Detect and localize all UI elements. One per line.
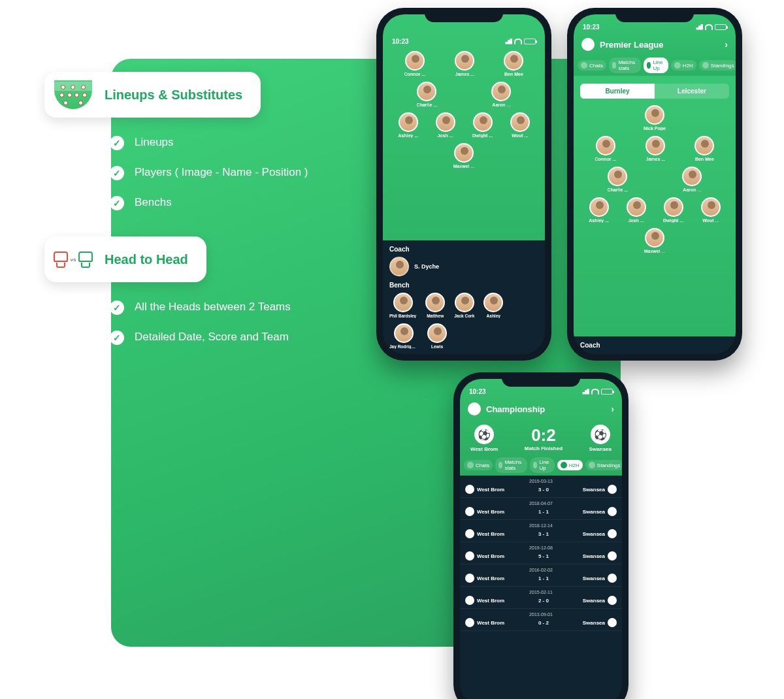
team-tab-active[interactable]: Burnley bbox=[580, 84, 655, 99]
team-toggle[interactable]: BurnleyLeicester bbox=[580, 84, 729, 99]
coach-panel: Coach bbox=[574, 336, 736, 354]
league-logo-icon bbox=[468, 402, 481, 415]
h2h-score: 5 - 1 bbox=[538, 553, 549, 559]
player[interactable]: Josh ... bbox=[627, 197, 646, 223]
player[interactable]: Aaron ... bbox=[491, 82, 511, 107]
league-name: Premier League bbox=[600, 40, 664, 50]
bullet-text: All the Heads between 2 Teams bbox=[135, 301, 291, 314]
tab-line-up[interactable]: Line Up bbox=[644, 57, 668, 73]
player[interactable]: Jack Cork bbox=[454, 293, 474, 318]
league-header[interactable]: Championship› bbox=[460, 398, 622, 419]
list-item: Benchs bbox=[110, 196, 345, 210]
player[interactable]: Aaron ... bbox=[682, 167, 702, 192]
player[interactable]: Connor ... bbox=[404, 51, 426, 76]
player[interactable]: Ashley ... bbox=[589, 197, 609, 223]
match-status: Match Finished bbox=[525, 446, 563, 451]
h2h-row[interactable]: 2018-04-07West Brom1 - 1Swansea bbox=[460, 498, 622, 520]
player-name: Maxwel ... bbox=[453, 164, 475, 169]
h2h-away: Swansea bbox=[583, 574, 617, 583]
tab-chats[interactable]: Chats bbox=[464, 460, 493, 470]
h2h-date: 2019-12-08 bbox=[465, 544, 617, 551]
player[interactable]: Ashley bbox=[483, 293, 503, 318]
player[interactable]: Ashley ... bbox=[398, 112, 418, 138]
h2h-score: 3 - 0 bbox=[538, 487, 549, 493]
player[interactable]: Charlie ... bbox=[608, 167, 629, 192]
player-name: Maxwel ... bbox=[644, 249, 666, 253]
h2h-row[interactable]: 2013-09-01West Brom0 - 2Swansea bbox=[460, 609, 622, 631]
team-logo-icon bbox=[465, 596, 474, 605]
player[interactable]: Phil Bardsley bbox=[389, 293, 416, 318]
status-time: 10:23 bbox=[469, 388, 486, 395]
team-logo-icon bbox=[465, 618, 474, 627]
player-name: Josh ... bbox=[437, 133, 453, 138]
h2h-row[interactable]: 2018-12-14West Brom3 - 1Swansea bbox=[460, 520, 622, 542]
player[interactable]: Wout ... bbox=[510, 112, 530, 138]
tabs: ChatsMatchs statsLine UpH2HStandings bbox=[574, 55, 736, 76]
player-name: Ben Mee bbox=[504, 72, 523, 76]
player[interactable]: Josh ... bbox=[436, 112, 455, 138]
player[interactable]: Lewis bbox=[427, 323, 447, 349]
player-name: Wout ... bbox=[702, 218, 719, 223]
player[interactable]: Dwight ... bbox=[663, 197, 683, 223]
avatar bbox=[510, 112, 530, 132]
tab-chats[interactable]: Chats bbox=[578, 60, 606, 71]
player-name: James ... bbox=[646, 157, 666, 161]
player[interactable]: James ... bbox=[455, 51, 474, 76]
lineup-row: Connor ...James ...Ben Mee bbox=[574, 133, 736, 164]
player[interactable]: Nick Pope bbox=[644, 105, 666, 131]
left-column: Lineups & Substitutes Lineups Players ( … bbox=[44, 72, 345, 361]
player[interactable]: Maxwel ... bbox=[453, 143, 475, 169]
chevron-right-icon[interactable]: › bbox=[725, 39, 728, 50]
tab-matchs-stats[interactable]: Matchs stats bbox=[609, 57, 641, 73]
player[interactable]: James ... bbox=[645, 136, 665, 161]
h2h-row[interactable]: 2015-02-11West Brom2 - 0Swansea bbox=[460, 587, 622, 609]
player[interactable]: Matthew bbox=[425, 293, 445, 318]
player[interactable]: Wout ... bbox=[701, 197, 721, 223]
h2h-home: West Brom bbox=[465, 529, 504, 538]
h2h-row[interactable]: 2019-03-13West Brom3 - 0Swansea bbox=[460, 476, 622, 498]
h2h-date: 2016-02-02 bbox=[465, 566, 617, 574]
team-tab[interactable]: Leicester bbox=[655, 84, 729, 99]
tab-label: Chats bbox=[476, 463, 489, 468]
avatar bbox=[694, 136, 714, 155]
avatar bbox=[701, 197, 721, 217]
tab-h2h[interactable]: H2H bbox=[671, 60, 696, 71]
h2h-row[interactable]: 2019-12-08West Brom5 - 1Swansea bbox=[460, 542, 622, 564]
player-name: Connor ... bbox=[595, 157, 617, 161]
lineup-row: Maxwel ... bbox=[383, 140, 545, 171]
chevron-right-icon[interactable]: › bbox=[611, 404, 614, 414]
player-name: Matthew bbox=[427, 314, 444, 318]
tab-matchs-stats[interactable]: Matchs stats bbox=[495, 457, 527, 473]
player[interactable]: Maxwel ... bbox=[644, 228, 666, 253]
bench-label: Bench bbox=[389, 282, 538, 289]
player[interactable]: Jay Rodriguez bbox=[389, 323, 418, 349]
player-name: Ben Mee bbox=[695, 157, 714, 161]
phone-mockup-3: 10:23 Championship› ⚽West Brom 0:2Match … bbox=[453, 372, 629, 699]
avatar bbox=[682, 167, 702, 186]
player[interactable]: Charlie ... bbox=[417, 82, 438, 107]
avatar bbox=[645, 136, 665, 155]
player[interactable]: Dwight ... bbox=[472, 112, 493, 138]
tab-line-up[interactable]: Line Up bbox=[530, 457, 555, 473]
lineup-row: Connor ...James ...Ben Mee bbox=[383, 48, 545, 79]
team-away: ⚽Swansea bbox=[589, 425, 612, 452]
tab-standings[interactable]: Standings bbox=[699, 60, 736, 71]
tab-h2h[interactable]: H2H bbox=[557, 460, 583, 470]
player[interactable]: Ben Mee bbox=[504, 51, 523, 76]
league-logo-icon bbox=[581, 38, 595, 51]
h2h-list[interactable]: 2019-03-13West Brom3 - 0Swansea2018-04-0… bbox=[460, 476, 622, 699]
player[interactable]: Ben Mee bbox=[694, 136, 714, 161]
h2h-row[interactable]: 2016-02-02West Brom1 - 1Swansea bbox=[460, 564, 622, 587]
player-name: James ... bbox=[455, 72, 475, 76]
avatar bbox=[483, 293, 503, 312]
bullet-list: All the Heads between 2 Teams Detailed D… bbox=[44, 301, 345, 345]
league-header[interactable]: Premier League› bbox=[574, 34, 736, 55]
team-logo-icon bbox=[465, 574, 474, 583]
avatar bbox=[596, 136, 615, 155]
pitch-icon bbox=[54, 80, 93, 110]
player[interactable]: Connor ... bbox=[595, 136, 617, 161]
tab-dot-icon bbox=[612, 62, 617, 69]
tab-standings[interactable]: Standings bbox=[585, 460, 622, 470]
player-name: Jay Rodriguez bbox=[389, 344, 418, 349]
tab-dot-icon bbox=[533, 462, 538, 468]
